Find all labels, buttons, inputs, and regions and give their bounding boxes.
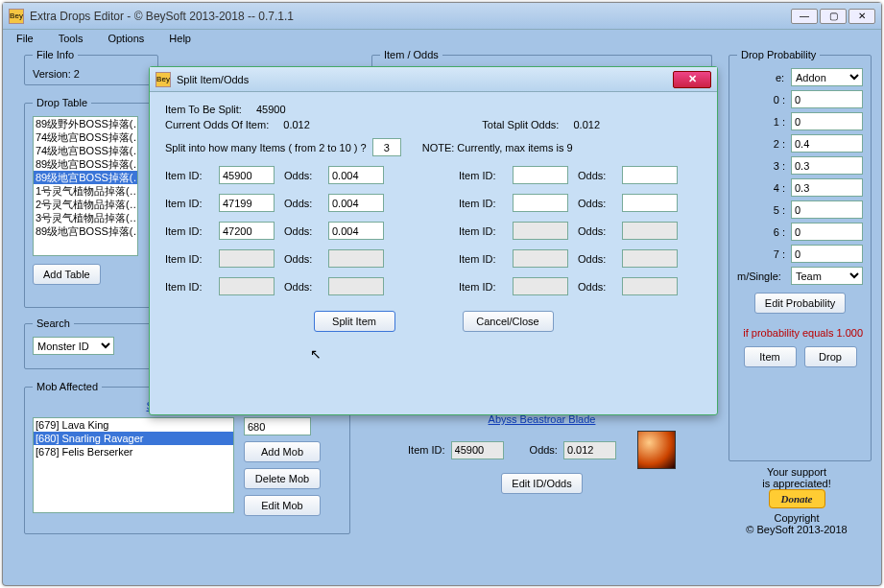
total-split-odds-label: Total Split Odds: <box>482 119 559 130</box>
prob-value-input[interactable] <box>791 134 863 153</box>
drop-table-item[interactable]: 89级野外BOSS掉落(… <box>34 117 137 130</box>
item-button[interactable]: Item <box>744 346 797 367</box>
item-id-label: Item ID: <box>408 444 445 456</box>
grid-odds-input <box>328 249 384 268</box>
drop-table-item[interactable]: 2号灵气植物品掉落(… <box>34 198 137 211</box>
drop-table-list[interactable]: 89级野外BOSS掉落(…74级地宫BOSS掉落(…74级地宫BOSS掉落(…8… <box>33 116 138 256</box>
prob-value-input[interactable] <box>791 223 863 241</box>
prob-row-label: 3 : <box>737 160 785 172</box>
split-count-label: Split into how many Items ( from 2 to 10… <box>165 142 367 153</box>
split-item-id-value: 45900 <box>256 104 286 115</box>
edit-mob-button[interactable]: Edit Mob <box>244 495 321 516</box>
grid-odds-label: Odds: <box>284 281 321 293</box>
prob-value-input[interactable] <box>791 112 863 130</box>
grid-odds-input[interactable] <box>622 194 678 212</box>
drop-table-item[interactable]: 89级地宫BOSS掉落(… <box>34 157 137 171</box>
mob-list-item[interactable]: [678] Felis Berserker <box>34 445 233 459</box>
grid-odds-input <box>622 277 678 295</box>
grid-odds-input <box>328 277 384 295</box>
mob-list[interactable]: [679] Lava King[680] Snarling Ravager[67… <box>33 417 234 513</box>
edit-probability-button[interactable]: Edit Probability <box>754 293 846 314</box>
prob-type-select[interactable]: Addon <box>791 68 863 86</box>
grid-id-input[interactable] <box>219 222 275 240</box>
grid-odds-input <box>622 222 678 240</box>
grid-odds-input[interactable] <box>622 166 678 184</box>
drop-probability-legend: Drop Probability <box>737 49 820 60</box>
prob-value-input[interactable] <box>791 200 863 219</box>
menu-help[interactable]: Help <box>165 32 195 47</box>
prob-row-label: 5 : <box>737 204 785 216</box>
total-split-odds-value: 0.012 <box>573 119 600 130</box>
add-mob-button[interactable]: Add Mob <box>244 441 321 462</box>
prob-value-input[interactable] <box>791 156 863 175</box>
item-detail-area: Abyss Beastroar Blade Item ID: Odds: Edi… <box>371 413 712 494</box>
mob-affected-legend: Mob Affected <box>33 381 102 392</box>
cancel-close-button[interactable]: Cancel/Close <box>463 311 554 332</box>
grid-id-input[interactable] <box>513 194 568 212</box>
search-legend: Search <box>33 318 74 329</box>
drop-table-item[interactable]: 1号灵气植物品掉落(… <box>34 184 137 198</box>
maximize-button[interactable]: ▢ <box>820 9 847 24</box>
prob-value-input[interactable] <box>791 90 863 108</box>
grid-id-input <box>219 249 275 268</box>
drop-table-legend: Drop Table <box>33 97 91 108</box>
grid-id-input <box>219 277 275 295</box>
team-single-label: m/Single: <box>737 270 785 282</box>
drop-table-item[interactable]: 74级地宫BOSS掉落(… <box>34 144 137 157</box>
item-odds-label: Odds: <box>530 444 558 456</box>
main-window: Bey Extra Drops Editor - © BeySoft 2013-… <box>2 2 882 586</box>
menu-file[interactable]: File <box>12 32 37 47</box>
grid-odds-input[interactable] <box>328 194 384 212</box>
item-id-value <box>451 441 504 459</box>
drop-table-item[interactable]: 74级地宫BOSS掉落(… <box>34 130 137 144</box>
dialog-icon: Bey <box>155 72 171 87</box>
team-single-select[interactable]: Team <box>791 267 863 285</box>
grid-id-input[interactable] <box>219 166 275 184</box>
delete-mob-button[interactable]: Delete Mob <box>244 468 321 489</box>
minimize-button[interactable]: — <box>791 9 818 24</box>
drop-button[interactable]: Drop <box>804 346 857 367</box>
split-note: NOTE: Currently, max items is 9 <box>422 142 573 153</box>
split-count-input[interactable] <box>372 138 401 156</box>
mob-id-input[interactable] <box>244 417 311 435</box>
drop-table-item[interactable]: 89级地宫BOSS掉落(… <box>34 224 137 238</box>
dialog-close-button[interactable]: ✕ <box>673 71 711 88</box>
grid-odds-input[interactable] <box>328 222 384 240</box>
probability-notice: if probability equals 1.000 <box>737 327 863 339</box>
search-type-select[interactable]: Monster ID <box>33 337 114 355</box>
split-item-button[interactable]: Split Item <box>314 311 395 332</box>
close-button[interactable]: ✕ <box>848 9 875 24</box>
prob-row-label: 4 : <box>737 182 785 194</box>
drop-table-item[interactable]: 89级地宫BOSS掉落(… <box>34 171 137 184</box>
prob-row-label: 1 : <box>737 116 785 128</box>
grid-odds-label: Odds: <box>578 253 614 265</box>
current-odds-value: 0.012 <box>283 119 310 130</box>
mob-list-item[interactable]: [680] Snarling Ravager <box>34 432 233 445</box>
edit-id-odds-button[interactable]: Edit ID/Odds <box>501 473 582 494</box>
grid-id-input <box>513 277 568 295</box>
grid-odds-input[interactable] <box>328 166 384 184</box>
menu-options[interactable]: Options <box>104 32 148 47</box>
grid-odds-label: Odds: <box>578 198 614 209</box>
drop-table-item[interactable]: 3号灵气植物品掉落(… <box>34 211 137 224</box>
grid-id-input[interactable] <box>513 166 568 184</box>
drop-probability-group: Drop Probability e:Addon 0 :1 :2 :3 :4 :… <box>729 49 872 461</box>
grid-id-label: Item ID: <box>165 281 211 293</box>
item-odds-legend: Item / Odds <box>380 49 442 60</box>
window-title: Extra Drops Editor - © BeySoft 2013-2018… <box>30 10 791 23</box>
grid-odds-label: Odds: <box>578 225 614 237</box>
grid-id-label: Item ID: <box>459 225 505 237</box>
grid-id-input[interactable] <box>219 194 275 212</box>
grid-odds-label: Odds: <box>284 253 321 265</box>
prob-value-input[interactable] <box>791 178 863 197</box>
grid-odds-label: Odds: <box>578 281 614 293</box>
donate-button[interactable]: Donate <box>769 489 825 508</box>
prob-value-input[interactable] <box>791 245 863 263</box>
add-table-button[interactable]: Add Table <box>33 264 101 285</box>
grid-id-label: Item ID: <box>459 281 505 293</box>
menu-tools[interactable]: Tools <box>55 32 87 47</box>
item-odds-value <box>563 441 616 459</box>
mob-list-item[interactable]: [679] Lava King <box>34 418 233 432</box>
current-odds-label: Current Odds Of Item: <box>165 119 269 130</box>
grid-odds-label: Odds: <box>284 198 321 209</box>
